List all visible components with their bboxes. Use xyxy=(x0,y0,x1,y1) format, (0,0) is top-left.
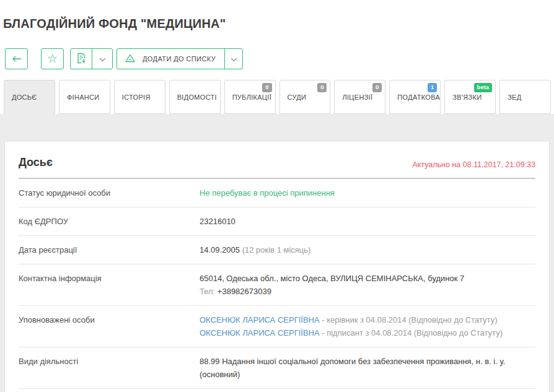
value-segment: 88.99 Надання іншої соціальної допомоги … xyxy=(200,357,505,379)
tab-badge: 1 xyxy=(428,83,437,92)
person-link[interactable]: ОКСЕНЮК ЛАРИСА СЕРГІЇВНА xyxy=(200,315,320,324)
tab-details[interactable]: ВІДОМОСТІ xyxy=(169,80,221,114)
row-registration-date: Дата реєстрації14.09.2005 (12 років 1 мі… xyxy=(19,236,535,264)
row-value: ОКСЕНЮК ЛАРИСА СЕРГІЇВНА - керівник з 04… xyxy=(200,313,535,339)
row-label: Дата реєстрації xyxy=(19,243,200,256)
row-edrpou-code: Код ЄДРПОУ23216010 xyxy=(19,207,535,236)
export-button-group xyxy=(70,48,113,69)
tab-label: ФІНАНСИ xyxy=(67,94,100,101)
value-segment: - підписант з 04.08.2014 (Відповідно до … xyxy=(320,328,503,338)
tab-tax[interactable]: 1ПОДАТКОВА xyxy=(389,80,441,114)
row-label: Контактна інформація xyxy=(19,272,200,298)
star-icon: ☆ xyxy=(47,53,58,64)
tab-label: ЗЕД xyxy=(508,94,521,101)
tab-badge: 0 xyxy=(372,83,382,92)
tab-history[interactable]: ІСТОРІЯ xyxy=(114,80,165,114)
favorite-button[interactable]: ☆ xyxy=(41,48,64,69)
tab-label: ЛІЦЕНЗІЇ xyxy=(342,94,372,101)
person-link[interactable]: ОКСЕНЮК ЛАРИСА СЕРГІЇВНА xyxy=(200,328,320,338)
tab-label: СУДИ xyxy=(288,94,307,101)
export-button[interactable] xyxy=(70,48,92,69)
row-value: 65014, Одеська обл., місто Одеса, ВУЛИЦЯ… xyxy=(200,272,535,298)
tab-label: ВІДОМОСТІ xyxy=(177,94,217,101)
content-background: Досьє Актуально на 08.11.2017, 21:09:33 … xyxy=(0,114,554,392)
value-segment: (12 років 1 місяць) xyxy=(242,245,311,255)
add-to-list-button-group: ДОДАТИ ДО СПИСКУ xyxy=(117,48,243,69)
row-label: Код ЄДРПОУ xyxy=(19,215,200,228)
page-title: БЛАГОДІЙНИЙ ФОНД "МЕДИЦИНА" xyxy=(3,16,554,31)
tab-publications[interactable]: 0ПУБЛІКАЦІЇ xyxy=(224,80,276,114)
tab-finances[interactable]: ФІНАНСИ xyxy=(59,80,110,114)
value-segment: 23216010 xyxy=(200,217,235,226)
row-label: Статус юридичної особи xyxy=(19,186,200,199)
row-label: Види діяльності xyxy=(19,355,200,381)
tab-badge: 0 xyxy=(262,83,271,92)
tab-courts[interactable]: 0СУДИ xyxy=(279,80,331,114)
updated-timestamp: Актуально на 08.11.2017, 21:09:33 xyxy=(412,160,535,169)
tab-zed[interactable]: ЗЕД xyxy=(499,80,551,114)
tab-bar: ДОСЬЄФІНАНСИІСТОРІЯВІДОМОСТІ0ПУБЛІКАЦІЇ0… xyxy=(0,80,554,114)
add-to-list-dropdown-button[interactable] xyxy=(224,48,243,69)
tab-label: ДОСЬЄ xyxy=(12,94,37,101)
dossier-heading: Досьє xyxy=(19,155,53,169)
row-value: 14.09.2005 (12 років 1 місяць) xyxy=(200,243,535,256)
row-activities: Види діяльності88.99 Надання іншої соціа… xyxy=(19,347,535,389)
row-label: Уповноважені особи xyxy=(19,313,200,339)
export-document-icon xyxy=(76,53,87,66)
row-authorized-persons: Уповноважені особиОКСЕНЮК ЛАРИСА СЕРГІЇВ… xyxy=(19,306,535,347)
tab-label: ПУБЛІКАЦІЇ xyxy=(232,94,271,101)
dossier-table: Статус юридичної особиНе перебуває в про… xyxy=(19,179,535,389)
page-header: БЛАГОДІЙНИЙ ФОНД "МЕДИЦИНА" xyxy=(0,0,554,31)
tab-label: ПОДАТКОВА xyxy=(397,94,440,101)
tab-connections[interactable]: betaЗВ'ЯЗКИ xyxy=(444,80,496,114)
content-card: Досьє Актуально на 08.11.2017, 21:09:33 … xyxy=(4,142,550,392)
add-to-list-label: ДОДАТИ ДО СПИСКУ xyxy=(143,55,216,63)
value-segment: Не перебуває в процесі припинення xyxy=(200,188,335,198)
value-segment: Тел: xyxy=(200,287,218,296)
add-to-list-triangle-icon xyxy=(125,54,135,64)
chevron-down-icon xyxy=(231,54,237,64)
value-segment: - керівник з 04.08.2014 (Відповідно до С… xyxy=(320,315,498,324)
row-value: 88.99 Надання іншої соціальної допомоги … xyxy=(200,355,535,381)
tab-licenses[interactable]: 0ЛІЦЕНЗІЇ xyxy=(334,80,385,114)
value-segment: 14.09.2005 xyxy=(200,245,242,255)
tab-badge: beta xyxy=(474,83,493,92)
back-arrow-icon xyxy=(12,54,22,64)
value-segment: 65014, Одеська обл., місто Одеса, ВУЛИЦЯ… xyxy=(200,274,464,283)
tab-badge: 0 xyxy=(317,83,327,92)
row-value: 23216010 xyxy=(200,215,535,228)
tab-label: ІСТОРІЯ xyxy=(122,94,151,101)
back-button[interactable] xyxy=(5,48,28,69)
row-value: Не перебуває в процесі припинення xyxy=(200,186,535,199)
tab-dossier[interactable]: ДОСЬЄ xyxy=(4,80,55,114)
value-segment: +38982673039 xyxy=(218,287,271,296)
tab-label: ЗВ'ЯЗКИ xyxy=(452,94,481,101)
add-to-list-button[interactable]: ДОДАТИ ДО СПИСКУ xyxy=(117,48,225,69)
chevron-down-icon xyxy=(99,54,106,64)
export-dropdown-button[interactable] xyxy=(92,48,113,69)
dossier-header: Досьє Актуально на 08.11.2017, 21:09:33 xyxy=(19,155,535,169)
row-contact-info: Контактна інформація65014, Одеська обл.,… xyxy=(19,264,535,306)
toolbar: ☆ xyxy=(5,48,554,69)
row-status: Статус юридичної особиНе перебуває в про… xyxy=(19,179,535,207)
